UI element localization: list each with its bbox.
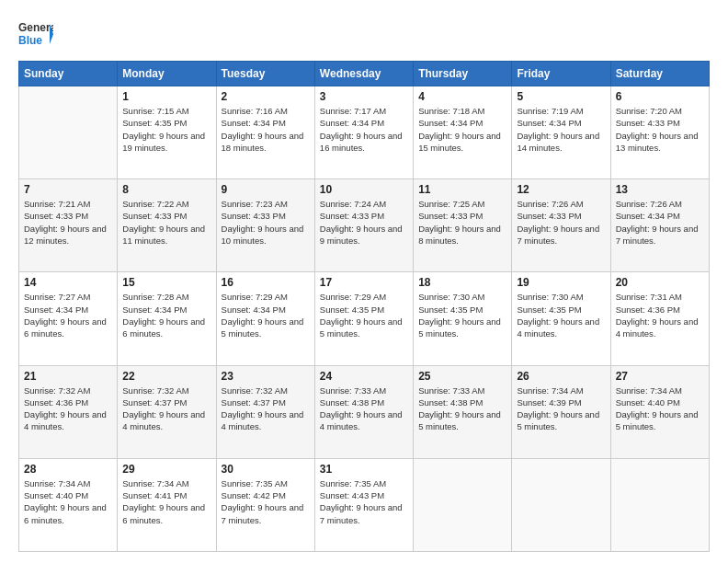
day-number: 4 [418, 90, 506, 103]
logo: General Blue [18, 17, 53, 52]
calendar-cell [512, 458, 610, 551]
calendar-week-2: 7Sunrise: 7:21 AMSunset: 4:33 PMDaylight… [19, 179, 710, 272]
calendar-cell: 1Sunrise: 7:15 AMSunset: 4:35 PMDaylight… [118, 86, 216, 179]
logo-svg: General Blue [18, 17, 53, 52]
day-info: Sunrise: 7:31 AMSunset: 4:36 PMDaylight:… [616, 291, 704, 339]
calendar-cell [19, 86, 118, 179]
calendar-table: SundayMondayTuesdayWednesdayThursdayFrid… [18, 61, 710, 552]
weekday-header-thursday: Thursday [414, 62, 512, 86]
calendar-cell: 24Sunrise: 7:33 AMSunset: 4:38 PMDayligh… [314, 365, 413, 458]
day-number: 6 [616, 90, 704, 103]
day-info: Sunrise: 7:34 AMSunset: 4:40 PMDaylight:… [616, 385, 704, 433]
day-number: 7 [24, 183, 112, 196]
calendar-cell: 12Sunrise: 7:26 AMSunset: 4:33 PMDayligh… [512, 179, 610, 272]
day-number: 26 [517, 370, 605, 383]
day-info: Sunrise: 7:32 AMSunset: 4:37 PMDaylight:… [222, 385, 310, 433]
calendar-cell: 20Sunrise: 7:31 AMSunset: 4:36 PMDayligh… [610, 272, 709, 365]
day-info: Sunrise: 7:27 AMSunset: 4:34 PMDaylight:… [24, 291, 112, 339]
day-number: 8 [122, 183, 210, 196]
day-info: Sunrise: 7:20 AMSunset: 4:33 PMDaylight:… [616, 105, 704, 154]
calendar-cell: 29Sunrise: 7:34 AMSunset: 4:41 PMDayligh… [118, 458, 216, 551]
day-number: 28 [24, 463, 112, 476]
weekday-header-monday: Monday [118, 62, 216, 86]
calendar-cell: 3Sunrise: 7:17 AMSunset: 4:34 PMDaylight… [314, 86, 413, 179]
calendar-cell: 15Sunrise: 7:28 AMSunset: 4:34 PMDayligh… [118, 272, 216, 365]
day-info: Sunrise: 7:18 AMSunset: 4:34 PMDaylight:… [418, 105, 506, 154]
day-info: Sunrise: 7:29 AMSunset: 4:35 PMDaylight:… [320, 291, 408, 339]
day-number: 21 [24, 370, 112, 383]
day-info: Sunrise: 7:30 AMSunset: 4:35 PMDaylight:… [418, 291, 506, 339]
day-info: Sunrise: 7:26 AMSunset: 4:33 PMDaylight:… [517, 198, 605, 247]
calendar-cell: 26Sunrise: 7:34 AMSunset: 4:39 PMDayligh… [512, 365, 610, 458]
calendar-week-1: 1Sunrise: 7:15 AMSunset: 4:35 PMDaylight… [19, 86, 710, 179]
calendar-cell: 21Sunrise: 7:32 AMSunset: 4:36 PMDayligh… [19, 365, 118, 458]
calendar-cell: 23Sunrise: 7:32 AMSunset: 4:37 PMDayligh… [216, 365, 314, 458]
calendar-cell: 5Sunrise: 7:19 AMSunset: 4:34 PMDaylight… [512, 86, 610, 179]
header: General Blue [18, 17, 710, 52]
calendar-cell [610, 458, 709, 551]
calendar-cell: 10Sunrise: 7:24 AMSunset: 4:33 PMDayligh… [314, 179, 413, 272]
day-number: 23 [222, 370, 310, 383]
weekday-header-wednesday: Wednesday [314, 62, 413, 86]
page: General Blue SundayMondayTuesdayWednesda… [0, 0, 728, 563]
weekday-header-friday: Friday [512, 62, 610, 86]
calendar-cell: 16Sunrise: 7:29 AMSunset: 4:34 PMDayligh… [216, 272, 314, 365]
day-info: Sunrise: 7:19 AMSunset: 4:34 PMDaylight:… [517, 105, 605, 154]
calendar-cell: 27Sunrise: 7:34 AMSunset: 4:40 PMDayligh… [610, 365, 709, 458]
svg-text:General: General [18, 21, 53, 34]
weekday-header-sunday: Sunday [19, 62, 118, 86]
calendar-cell [414, 458, 512, 551]
day-info: Sunrise: 7:21 AMSunset: 4:33 PMDaylight:… [24, 198, 112, 247]
calendar-cell: 18Sunrise: 7:30 AMSunset: 4:35 PMDayligh… [414, 272, 512, 365]
day-number: 31 [320, 463, 408, 476]
day-info: Sunrise: 7:34 AMSunset: 4:41 PMDaylight:… [122, 477, 210, 526]
calendar-week-5: 28Sunrise: 7:34 AMSunset: 4:40 PMDayligh… [19, 458, 710, 551]
day-number: 11 [418, 183, 506, 196]
calendar-cell: 17Sunrise: 7:29 AMSunset: 4:35 PMDayligh… [314, 272, 413, 365]
calendar-cell: 19Sunrise: 7:30 AMSunset: 4:35 PMDayligh… [512, 272, 610, 365]
calendar-cell: 22Sunrise: 7:32 AMSunset: 4:37 PMDayligh… [118, 365, 216, 458]
day-info: Sunrise: 7:28 AMSunset: 4:34 PMDaylight:… [122, 291, 210, 339]
calendar-cell: 14Sunrise: 7:27 AMSunset: 4:34 PMDayligh… [19, 272, 118, 365]
day-info: Sunrise: 7:26 AMSunset: 4:34 PMDaylight:… [616, 198, 704, 247]
day-number: 24 [320, 370, 408, 383]
day-info: Sunrise: 7:24 AMSunset: 4:33 PMDaylight:… [320, 198, 408, 247]
day-info: Sunrise: 7:29 AMSunset: 4:34 PMDaylight:… [222, 291, 310, 339]
day-number: 2 [222, 90, 310, 103]
day-number: 30 [222, 463, 310, 476]
calendar-cell: 28Sunrise: 7:34 AMSunset: 4:40 PMDayligh… [19, 458, 118, 551]
calendar-cell: 4Sunrise: 7:18 AMSunset: 4:34 PMDaylight… [414, 86, 512, 179]
day-number: 16 [222, 276, 310, 289]
day-number: 9 [222, 183, 310, 196]
svg-text:Blue: Blue [18, 34, 42, 47]
calendar-cell: 2Sunrise: 7:16 AMSunset: 4:34 PMDaylight… [216, 86, 314, 179]
day-info: Sunrise: 7:32 AMSunset: 4:36 PMDaylight:… [24, 385, 112, 433]
weekday-header-tuesday: Tuesday [216, 62, 314, 86]
calendar-header-row: SundayMondayTuesdayWednesdayThursdayFrid… [19, 62, 710, 86]
day-number: 17 [320, 276, 408, 289]
day-info: Sunrise: 7:35 AMSunset: 4:43 PMDaylight:… [320, 477, 408, 526]
day-number: 13 [616, 183, 704, 196]
calendar-cell: 11Sunrise: 7:25 AMSunset: 4:33 PMDayligh… [414, 179, 512, 272]
day-info: Sunrise: 7:16 AMSunset: 4:34 PMDaylight:… [222, 105, 310, 154]
calendar-cell: 25Sunrise: 7:33 AMSunset: 4:38 PMDayligh… [414, 365, 512, 458]
calendar-week-4: 21Sunrise: 7:32 AMSunset: 4:36 PMDayligh… [19, 365, 710, 458]
day-info: Sunrise: 7:17 AMSunset: 4:34 PMDaylight:… [320, 105, 408, 154]
day-info: Sunrise: 7:23 AMSunset: 4:33 PMDaylight:… [222, 198, 310, 247]
day-number: 29 [122, 463, 210, 476]
calendar-cell: 13Sunrise: 7:26 AMSunset: 4:34 PMDayligh… [610, 179, 709, 272]
day-info: Sunrise: 7:34 AMSunset: 4:40 PMDaylight:… [24, 477, 112, 526]
calendar-cell: 6Sunrise: 7:20 AMSunset: 4:33 PMDaylight… [610, 86, 709, 179]
day-number: 25 [418, 370, 506, 383]
day-info: Sunrise: 7:32 AMSunset: 4:37 PMDaylight:… [122, 385, 210, 433]
day-number: 15 [122, 276, 210, 289]
day-number: 19 [517, 276, 605, 289]
day-info: Sunrise: 7:15 AMSunset: 4:35 PMDaylight:… [122, 105, 210, 154]
day-number: 27 [616, 370, 704, 383]
day-number: 14 [24, 276, 112, 289]
calendar-cell: 7Sunrise: 7:21 AMSunset: 4:33 PMDaylight… [19, 179, 118, 272]
calendar-cell: 30Sunrise: 7:35 AMSunset: 4:42 PMDayligh… [216, 458, 314, 551]
day-number: 10 [320, 183, 408, 196]
day-number: 22 [122, 370, 210, 383]
day-info: Sunrise: 7:25 AMSunset: 4:33 PMDaylight:… [418, 198, 506, 247]
